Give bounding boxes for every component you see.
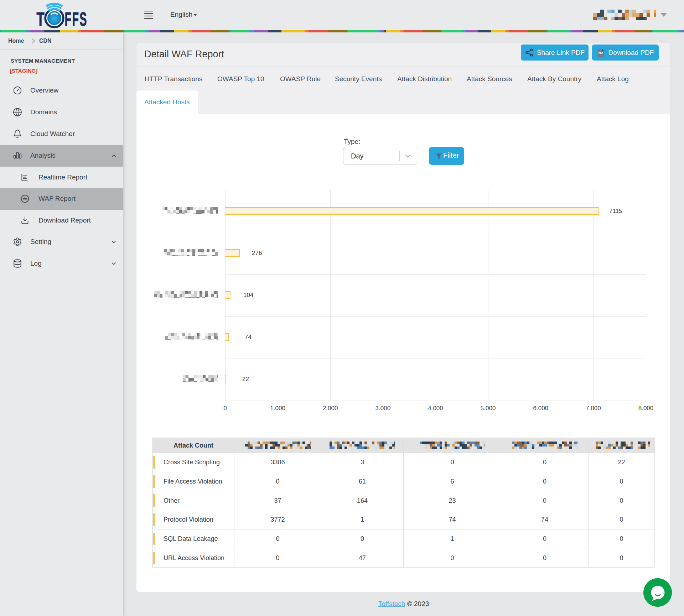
svg-text:FFS: FFS: [65, 9, 88, 30]
svg-text:T: T: [36, 9, 44, 30]
svg-text:PDF: PDF: [598, 52, 603, 54]
